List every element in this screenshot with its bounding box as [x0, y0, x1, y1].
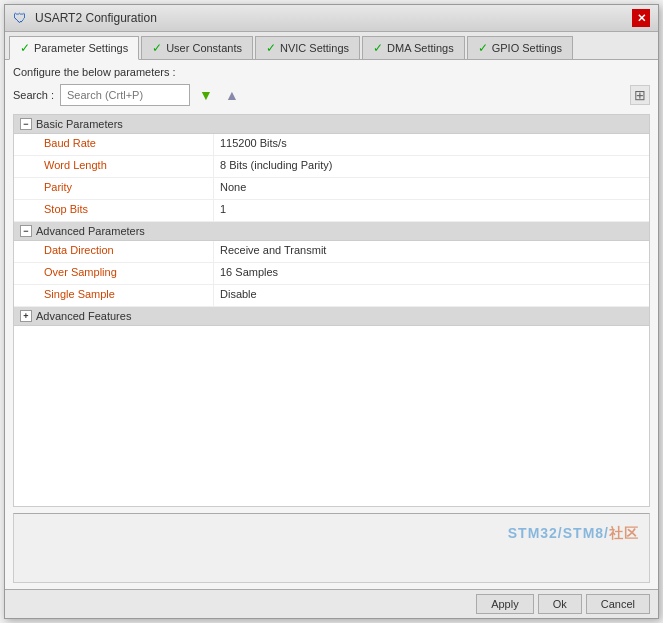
param-name-data-direction: Data Direction — [14, 241, 214, 262]
cancel-button[interactable]: Cancel — [586, 594, 650, 614]
param-name-stop-bits: Stop Bits — [14, 200, 214, 221]
tab-label-nvic-settings: NVIC Settings — [280, 42, 349, 54]
apply-button[interactable]: Apply — [476, 594, 534, 614]
table-row: Stop Bits 1 — [14, 200, 649, 222]
param-value-word-length[interactable]: 8 Bits (including Parity) — [214, 156, 649, 177]
param-name-single-sample: Single Sample — [14, 285, 214, 306]
content-area: Configure the below parameters : Search … — [5, 60, 658, 589]
tab-check-icon-3: ✓ — [266, 41, 276, 55]
tab-bar: ✓ Parameter Settings ✓ User Constants ✓ … — [5, 32, 658, 60]
search-prev-arrow[interactable]: ▲ — [222, 85, 242, 105]
close-button[interactable]: ✕ — [632, 9, 650, 27]
param-name-baud-rate: Baud Rate — [14, 134, 214, 155]
table-row: Baud Rate 115200 Bits/s — [14, 134, 649, 156]
window-icon: 🛡 — [13, 10, 29, 26]
tab-check-icon-5: ✓ — [478, 41, 488, 55]
advanced-parameters-label: Advanced Parameters — [36, 225, 145, 237]
tab-user-constants[interactable]: ✓ User Constants — [141, 36, 253, 59]
tab-dma-settings[interactable]: ✓ DMA Settings — [362, 36, 465, 59]
tab-check-icon: ✓ — [20, 41, 30, 55]
basic-params-toggle[interactable]: − — [20, 118, 32, 130]
tab-label-user-constants: User Constants — [166, 42, 242, 54]
table-row: Over Sampling 16 Samples — [14, 263, 649, 285]
basic-parameters-label: Basic Parameters — [36, 118, 123, 130]
search-input[interactable] — [60, 84, 190, 106]
param-name-word-length: Word Length — [14, 156, 214, 177]
tab-nvic-settings[interactable]: ✓ NVIC Settings — [255, 36, 360, 59]
advanced-features-label: Advanced Features — [36, 310, 131, 322]
tab-check-icon-4: ✓ — [373, 41, 383, 55]
tab-label-gpio-settings: GPIO Settings — [492, 42, 562, 54]
param-name-over-sampling: Over Sampling — [14, 263, 214, 284]
param-value-stop-bits[interactable]: 1 — [214, 200, 649, 221]
param-value-single-sample[interactable]: Disable — [214, 285, 649, 306]
title-bar-left: 🛡 USART2 Configuration — [13, 10, 157, 26]
advanced-features-header: + Advanced Features — [14, 307, 649, 326]
tab-parameter-settings[interactable]: ✓ Parameter Settings — [9, 36, 139, 60]
tab-gpio-settings[interactable]: ✓ GPIO Settings — [467, 36, 573, 59]
parameters-table: − Basic Parameters Baud Rate 115200 Bits… — [13, 114, 650, 507]
basic-parameters-header: − Basic Parameters — [14, 115, 649, 134]
grid-view-icon[interactable]: ⊞ — [630, 85, 650, 105]
main-window: 🛡 USART2 Configuration ✕ ✓ Parameter Set… — [4, 4, 659, 619]
watermark-text1: STM32/STM8 — [508, 525, 604, 541]
ok-button[interactable]: Ok — [538, 594, 582, 614]
tab-label-dma-settings: DMA Settings — [387, 42, 454, 54]
table-row: Parity None — [14, 178, 649, 200]
tab-check-icon-2: ✓ — [152, 41, 162, 55]
tab-label-parameter-settings: Parameter Settings — [34, 42, 128, 54]
configure-label: Configure the below parameters : — [13, 66, 650, 78]
param-value-over-sampling[interactable]: 16 Samples — [214, 263, 649, 284]
window-title: USART2 Configuration — [35, 11, 157, 25]
watermark-area: STM32/STM8/社区 — [14, 514, 649, 554]
param-value-data-direction[interactable]: Receive and Transmit — [214, 241, 649, 262]
watermark-text: STM32/STM8/社区 — [508, 525, 639, 543]
title-bar: 🛡 USART2 Configuration ✕ — [5, 5, 658, 32]
advanced-features-toggle[interactable]: + — [20, 310, 32, 322]
advanced-params-toggle[interactable]: − — [20, 225, 32, 237]
param-value-parity[interactable]: None — [214, 178, 649, 199]
table-row: Single Sample Disable — [14, 285, 649, 307]
advanced-parameters-header: − Advanced Parameters — [14, 222, 649, 241]
bottom-panel: STM32/STM8/社区 — [13, 513, 650, 583]
footer: Apply Ok Cancel — [5, 589, 658, 618]
param-name-parity: Parity — [14, 178, 214, 199]
search-next-arrow[interactable]: ▼ — [196, 85, 216, 105]
table-row: Data Direction Receive and Transmit — [14, 241, 649, 263]
table-row: Word Length 8 Bits (including Parity) — [14, 156, 649, 178]
search-label: Search : — [13, 89, 54, 101]
param-value-baud-rate[interactable]: 115200 Bits/s — [214, 134, 649, 155]
search-row: Search : ▼ ▲ ⊞ — [13, 84, 650, 106]
watermark-text2: 社区 — [609, 525, 639, 541]
